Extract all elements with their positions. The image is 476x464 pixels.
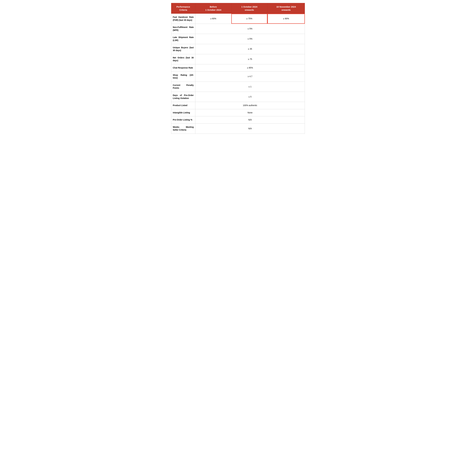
value-cell-span: ≥ 75 [195,54,305,64]
criteria-cell: Product Listed [171,102,195,109]
header-before-oct: Before 1 October 2024 [195,3,231,14]
value-cell-span: ≤ 5% [195,24,305,34]
criteria-cell: Pre-Order Listing % [171,116,195,124]
table-row: Pre-Order Listing %N/A [171,116,305,124]
value-cell-span: ≤ 1 [195,82,305,92]
value-cell-nov: ≥ 90% [267,14,305,24]
value-cell-span: None [195,109,305,116]
criteria-cell: Non-Fulfilment Rate (NFR) [171,24,195,34]
criteria-cell: Weeks Meeting Seller Criteria [171,124,195,134]
header-nov-onwards: 18 November 2024 onwards [267,3,305,14]
criteria-cell: Unique Buyers (last 30 days) [171,44,195,54]
criteria-cell: Shop Rating (All-time) [171,71,195,82]
header-criteria: Performance Criteria [171,3,195,14]
table-row: Non-Fulfilment Rate (NFR)≤ 5% [171,24,305,34]
criteria-cell: Late Shipment Rate (LSR) [171,34,195,44]
value-cell-span: N/A [195,116,305,124]
table-row: Unique Buyers (last 30 days)≥ 35 [171,44,305,54]
value-cell-span: N/A [195,124,305,134]
value-cell-span: ≥ 85% [195,64,305,71]
criteria-cell: Days of Pre-Order Listing Violation [171,92,195,102]
value-cell-span: ≤ 5 [195,92,305,102]
value-cell-span: ≤ 5% [195,34,305,44]
table-row: Weeks Meeting Seller CriteriaN/A [171,124,305,134]
performance-criteria-table: Performance Criteria Before 1 October 20… [171,3,305,134]
value-cell-span: ≥ 35 [195,44,305,54]
table-row: Shop Rating (All-time)≥ 4.7 [171,71,305,82]
table-row: Fast Handover Rate (FHR) (last 30 days)≥… [171,14,305,24]
value-cell-oct: ≥ 75% [231,14,267,24]
table-row: Chat Response Rate≥ 85% [171,64,305,71]
criteria-cell: Fast Handover Rate (FHR) (last 30 days) [171,14,195,24]
table-row: Intangible ListingNone [171,109,305,116]
table-row: Days of Pre-Order Listing Violation≤ 5 [171,92,305,102]
criteria-cell: Current Penalty Points [171,82,195,92]
table-row: Net Orders (last 30 days)≥ 75 [171,54,305,64]
value-cell-before: ≥ 60% [195,14,231,24]
value-cell-span: ≥ 4.7 [195,71,305,82]
table-row: Product Listed100% authentic [171,102,305,109]
header-oct-onwards: 1 October 2024 onwards [231,3,267,14]
table-row: Late Shipment Rate (LSR)≤ 5% [171,34,305,44]
criteria-cell: Net Orders (last 30 days) [171,54,195,64]
criteria-cell: Intangible Listing [171,109,195,116]
criteria-cell: Chat Response Rate [171,64,195,71]
value-cell-span: 100% authentic [195,102,305,109]
table-row: Current Penalty Points≤ 1 [171,82,305,92]
